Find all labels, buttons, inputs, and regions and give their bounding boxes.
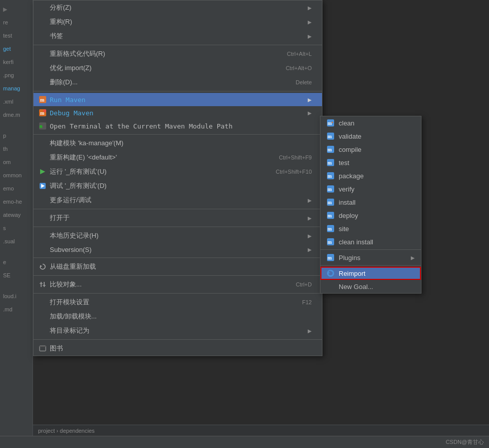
menu-item-analyze[interactable]: 分析(Z) ▶: [34, 1, 322, 15]
sidebar-item-SE: SE: [0, 269, 32, 282]
maven-item-site[interactable]: m site: [320, 222, 421, 235]
maven-item-package[interactable]: m package: [320, 169, 421, 182]
reformat-icon: [39, 50, 47, 58]
menu-item-more-run[interactable]: 更多运行/调试 ▶: [34, 193, 322, 207]
maven-test-label: test: [339, 159, 349, 167]
maven-compile-label: compile: [339, 146, 362, 153]
subversion-arrow: ▶: [308, 247, 312, 252]
rebuild-label: 重新构建(E) '<default>': [50, 153, 117, 162]
maven-validate-icon: m: [327, 132, 335, 140]
menu-item-local-history[interactable]: 本地历史记录(H) ▶: [34, 229, 322, 243]
menu-item-mark-dir[interactable]: 将目录标记为 ▶: [34, 324, 322, 338]
menu-item-delete[interactable]: 删除(D)... Delete: [34, 75, 322, 89]
maven-install-icon: m: [327, 198, 335, 206]
sidebar-item-test: test: [0, 29, 32, 42]
sidebar-item-sual: .sual: [0, 235, 32, 248]
sidebar-item-dme: dme.m: [0, 108, 32, 121]
menu-item-open-in[interactable]: 打开于 ▶: [34, 211, 322, 225]
new-goal-icon: [327, 282, 335, 291]
analyze-label: 分析(Z): [50, 3, 72, 12]
more-run-icon: [39, 196, 47, 204]
maven-clean-install-label: clean install: [339, 238, 373, 246]
debug-tests-icon: [39, 182, 47, 190]
sidebar-item-re: re: [0, 16, 32, 29]
separator-3: [34, 134, 322, 135]
sidebar-item-get: get: [0, 42, 32, 55]
context-menu: 分析(Z) ▶ 重构(R) ▶ 书签 ▶ 重新格式化代码(R) Ctrl+Alt…: [33, 0, 322, 356]
menu-item-run-maven[interactable]: m Run Maven ▶: [34, 93, 322, 106]
compare-label: 比较对象...: [50, 280, 82, 289]
menu-item-debug-maven[interactable]: m Debug Maven ▶: [34, 106, 322, 119]
subversion-icon: [39, 245, 47, 253]
menu-item-optimize[interactable]: 优化 import(Z) Ctrl+Alt+O: [34, 61, 322, 75]
maven-item-validate[interactable]: m validate: [320, 130, 421, 143]
menu-item-reformat[interactable]: 重新格式化代码(R) Ctrl+Alt+L: [34, 47, 322, 61]
rebuild-icon: [39, 153, 47, 162]
maven-item-clean[interactable]: m clean: [320, 116, 421, 130]
sidebar-item-xml: .xml: [0, 95, 32, 108]
menu-item-open-terminal[interactable]: m Open Terminal at the Current Maven Mod…: [34, 119, 322, 133]
menu-item-open-module[interactable]: 打开模块设置 F12: [34, 295, 322, 309]
menu-item-compare[interactable]: 比较对象... Ctrl+D: [34, 277, 322, 292]
maven-item-install[interactable]: m install: [320, 196, 421, 209]
reload-icon: [39, 263, 47, 271]
svg-marker-10: [40, 265, 42, 267]
maven-item-clean-install[interactable]: m clean install: [320, 235, 421, 248]
open-terminal-label: Open Terminal at the Current Maven Modul…: [50, 122, 233, 130]
sidebar-item-kerfi: kerfi: [0, 55, 32, 69]
menu-item-build[interactable]: 构建模块 'ka-manage'(M): [34, 136, 322, 150]
maven-plugins-icon: m: [327, 253, 335, 262]
compare-icon: [39, 280, 47, 289]
svg-text:m: m: [328, 239, 332, 245]
rebuild-shortcut: Ctrl+Shift+F9: [279, 154, 312, 161]
maven-item-compile[interactable]: m compile: [320, 143, 421, 156]
maven-item-plugins[interactable]: m Plugins ▶: [320, 251, 421, 264]
menu-item-image[interactable]: 图书: [34, 341, 322, 356]
menu-item-refactor[interactable]: 重构(R) ▶: [34, 15, 322, 29]
bookmarks-icon: [39, 32, 47, 40]
separator-9: [34, 339, 322, 340]
menu-item-debug-tests[interactable]: 调试 '_所有测试'(D): [34, 179, 322, 193]
open-module-icon: [39, 298, 47, 306]
analyze-arrow: ▶: [308, 5, 312, 11]
svg-text:m: m: [328, 226, 332, 232]
svg-rect-16: [40, 346, 46, 347]
open-in-label: 打开于: [50, 213, 70, 222]
menu-item-rebuild[interactable]: 重新构建(E) '<default>' Ctrl+Shift+F9: [34, 150, 322, 165]
maven-clean-label: clean: [339, 119, 354, 127]
svg-text:m: m: [328, 173, 332, 179]
image-label: 图书: [50, 344, 63, 353]
image-icon: [39, 344, 47, 353]
separator-1: [34, 45, 322, 45]
menu-item-reload[interactable]: 从磁盘重新加载: [34, 260, 322, 274]
menu-item-load-unload[interactable]: 加载/卸载模块...: [34, 309, 322, 324]
maven-test-icon: m: [327, 158, 335, 167]
separator-7: [34, 275, 322, 276]
svg-text:m: m: [328, 147, 332, 152]
maven-item-verify[interactable]: m verify: [320, 182, 421, 196]
open-terminal-icon: m: [39, 122, 47, 130]
svg-text:m: m: [40, 124, 42, 129]
menu-item-bookmarks[interactable]: 书签 ▶: [34, 29, 322, 43]
bookmarks-label: 书签: [50, 31, 63, 41]
debug-maven-arrow: ▶: [308, 110, 312, 116]
maven-item-reimport[interactable]: Reimport: [320, 267, 421, 280]
maven-clean-icon: m: [327, 119, 335, 127]
maven-item-deploy[interactable]: m deploy: [320, 209, 421, 222]
menu-item-run-tests[interactable]: 运行 '_所有测试'(U) Ctrl+Shift+F10: [34, 165, 322, 179]
maven-site-label: site: [339, 225, 349, 233]
sidebar-item-emohe: emo-he: [0, 195, 32, 208]
reload-label: 从磁盘重新加载: [50, 262, 96, 271]
load-unload-icon: [39, 312, 47, 321]
local-history-arrow: ▶: [308, 233, 312, 239]
maven-item-test[interactable]: m test: [320, 156, 421, 169]
debug-tests-label: 调试 '_所有测试'(D): [50, 181, 107, 190]
local-history-label: 本地历史记录(H): [50, 231, 99, 240]
maven-verify-label: verify: [339, 185, 354, 193]
svg-text:m: m: [328, 213, 332, 218]
menu-item-subversion[interactable]: Subversion(S) ▶: [34, 243, 322, 256]
svg-text:m: m: [328, 186, 332, 192]
maven-clean-install-icon: m: [327, 238, 335, 246]
maven-item-new-goal[interactable]: New Goal...: [320, 280, 421, 293]
sidebar-item-p: p: [0, 129, 32, 142]
